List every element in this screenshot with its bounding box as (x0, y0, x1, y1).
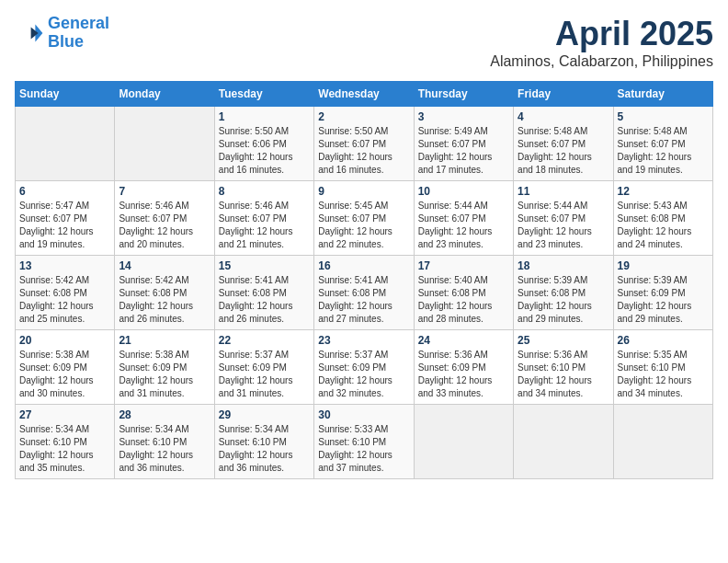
calendar-cell: 14Sunrise: 5:42 AM Sunset: 6:08 PM Dayli… (115, 256, 214, 330)
col-monday: Monday (115, 82, 214, 107)
calendar-cell: 23Sunrise: 5:37 AM Sunset: 6:09 PM Dayli… (314, 330, 414, 405)
calendar-week-4: 20Sunrise: 5:38 AM Sunset: 6:09 PM Dayli… (16, 330, 713, 405)
day-info: Sunrise: 5:43 AM Sunset: 6:08 PM Dayligh… (618, 200, 709, 251)
calendar-cell: 26Sunrise: 5:35 AM Sunset: 6:10 PM Dayli… (613, 330, 712, 405)
day-info: Sunrise: 5:49 AM Sunset: 6:07 PM Dayligh… (418, 125, 509, 177)
day-number: 14 (119, 259, 210, 272)
day-number: 11 (518, 185, 609, 198)
calendar-cell (414, 405, 513, 479)
calendar-cell: 24Sunrise: 5:36 AM Sunset: 6:09 PM Dayli… (414, 330, 513, 405)
day-number: 24 (418, 334, 509, 347)
calendar-cell: 6Sunrise: 5:47 AM Sunset: 6:07 PM Daylig… (16, 181, 115, 256)
day-info: Sunrise: 5:34 AM Sunset: 6:10 PM Dayligh… (19, 423, 110, 475)
day-info: Sunrise: 5:50 AM Sunset: 6:07 PM Dayligh… (318, 125, 409, 177)
calendar-cell: 29Sunrise: 5:34 AM Sunset: 6:10 PM Dayli… (214, 405, 313, 479)
calendar-week-3: 13Sunrise: 5:42 AM Sunset: 6:08 PM Dayli… (16, 256, 713, 330)
logo-line2: Blue (48, 32, 84, 51)
day-number: 12 (618, 185, 709, 198)
day-number: 30 (318, 408, 409, 421)
calendar-cell: 16Sunrise: 5:41 AM Sunset: 6:08 PM Dayli… (314, 256, 414, 330)
calendar-cell: 10Sunrise: 5:44 AM Sunset: 6:07 PM Dayli… (414, 181, 513, 256)
day-info: Sunrise: 5:36 AM Sunset: 6:10 PM Dayligh… (518, 349, 609, 400)
day-number: 2 (318, 110, 409, 123)
day-info: Sunrise: 5:42 AM Sunset: 6:08 PM Dayligh… (19, 274, 110, 326)
calendar-cell (613, 405, 712, 479)
calendar-cell: 30Sunrise: 5:33 AM Sunset: 6:10 PM Dayli… (314, 405, 414, 479)
calendar-cell: 25Sunrise: 5:36 AM Sunset: 6:10 PM Dayli… (514, 330, 613, 405)
col-wednesday: Wednesday (314, 82, 414, 107)
calendar-cell: 11Sunrise: 5:44 AM Sunset: 6:07 PM Dayli… (514, 181, 613, 256)
day-info: Sunrise: 5:39 AM Sunset: 6:09 PM Dayligh… (618, 274, 709, 326)
header: General Blue April 2025 Alaminos, Calaba… (15, 15, 713, 70)
day-number: 25 (518, 334, 609, 347)
day-number: 28 (119, 408, 210, 421)
day-info: Sunrise: 5:40 AM Sunset: 6:08 PM Dayligh… (418, 274, 509, 326)
day-info: Sunrise: 5:37 AM Sunset: 6:09 PM Dayligh… (318, 349, 409, 400)
day-number: 3 (418, 110, 509, 123)
day-info: Sunrise: 5:34 AM Sunset: 6:10 PM Dayligh… (219, 423, 310, 475)
day-number: 1 (219, 110, 310, 123)
day-number: 7 (119, 185, 210, 198)
day-info: Sunrise: 5:47 AM Sunset: 6:07 PM Dayligh… (19, 200, 110, 251)
header-row: Sunday Monday Tuesday Wednesday Thursday… (16, 82, 713, 107)
day-info: Sunrise: 5:41 AM Sunset: 6:08 PM Dayligh… (219, 274, 310, 326)
calendar-cell: 2Sunrise: 5:50 AM Sunset: 6:07 PM Daylig… (314, 107, 414, 181)
day-info: Sunrise: 5:48 AM Sunset: 6:07 PM Dayligh… (618, 125, 709, 177)
day-info: Sunrise: 5:50 AM Sunset: 6:06 PM Dayligh… (219, 125, 310, 177)
calendar-cell: 9Sunrise: 5:45 AM Sunset: 6:07 PM Daylig… (314, 181, 414, 256)
calendar-cell: 18Sunrise: 5:39 AM Sunset: 6:08 PM Dayli… (514, 256, 613, 330)
day-info: Sunrise: 5:34 AM Sunset: 6:10 PM Dayligh… (119, 423, 210, 475)
month-title: April 2025 (490, 15, 713, 53)
day-info: Sunrise: 5:44 AM Sunset: 6:07 PM Dayligh… (418, 200, 509, 251)
calendar-cell: 8Sunrise: 5:46 AM Sunset: 6:07 PM Daylig… (214, 181, 313, 256)
day-number: 16 (318, 259, 409, 272)
day-info: Sunrise: 5:37 AM Sunset: 6:09 PM Dayligh… (219, 349, 310, 400)
day-info: Sunrise: 5:36 AM Sunset: 6:09 PM Dayligh… (418, 349, 509, 400)
calendar-cell: 19Sunrise: 5:39 AM Sunset: 6:09 PM Dayli… (613, 256, 712, 330)
day-number: 26 (618, 334, 709, 347)
calendar-week-2: 6Sunrise: 5:47 AM Sunset: 6:07 PM Daylig… (16, 181, 713, 256)
calendar-cell: 22Sunrise: 5:37 AM Sunset: 6:09 PM Dayli… (214, 330, 313, 405)
day-number: 21 (119, 334, 210, 347)
day-info: Sunrise: 5:48 AM Sunset: 6:07 PM Dayligh… (518, 125, 609, 177)
day-info: Sunrise: 5:42 AM Sunset: 6:08 PM Dayligh… (119, 274, 210, 326)
logo-icon (15, 18, 44, 48)
day-number: 22 (219, 334, 310, 347)
calendar-cell: 20Sunrise: 5:38 AM Sunset: 6:09 PM Dayli… (16, 330, 115, 405)
day-number: 19 (618, 259, 709, 272)
calendar-cell: 28Sunrise: 5:34 AM Sunset: 6:10 PM Dayli… (115, 405, 214, 479)
calendar-cell (115, 107, 214, 181)
calendar-cell (16, 107, 115, 181)
calendar-cell: 3Sunrise: 5:49 AM Sunset: 6:07 PM Daylig… (414, 107, 513, 181)
day-info: Sunrise: 5:33 AM Sunset: 6:10 PM Dayligh… (318, 423, 409, 475)
calendar-table: Sunday Monday Tuesday Wednesday Thursday… (15, 81, 713, 479)
calendar-week-5: 27Sunrise: 5:34 AM Sunset: 6:10 PM Dayli… (16, 405, 713, 479)
day-info: Sunrise: 5:46 AM Sunset: 6:07 PM Dayligh… (219, 200, 310, 251)
logo-line1: General (48, 14, 109, 32)
day-number: 29 (219, 408, 310, 421)
day-number: 15 (219, 259, 310, 272)
calendar-cell: 13Sunrise: 5:42 AM Sunset: 6:08 PM Dayli… (16, 256, 115, 330)
calendar-cell: 1Sunrise: 5:50 AM Sunset: 6:06 PM Daylig… (214, 107, 313, 181)
col-thursday: Thursday (414, 82, 513, 107)
day-info: Sunrise: 5:41 AM Sunset: 6:08 PM Dayligh… (318, 274, 409, 326)
day-number: 10 (418, 185, 509, 198)
day-info: Sunrise: 5:38 AM Sunset: 6:09 PM Dayligh… (19, 349, 110, 400)
day-number: 4 (518, 110, 609, 123)
calendar-cell: 4Sunrise: 5:48 AM Sunset: 6:07 PM Daylig… (514, 107, 613, 181)
day-info: Sunrise: 5:44 AM Sunset: 6:07 PM Dayligh… (518, 200, 609, 251)
day-number: 17 (418, 259, 509, 272)
calendar-cell: 7Sunrise: 5:46 AM Sunset: 6:07 PM Daylig… (115, 181, 214, 256)
day-info: Sunrise: 5:35 AM Sunset: 6:10 PM Dayligh… (618, 349, 709, 400)
day-number: 8 (219, 185, 310, 198)
calendar-cell: 12Sunrise: 5:43 AM Sunset: 6:08 PM Dayli… (613, 181, 712, 256)
calendar-cell: 5Sunrise: 5:48 AM Sunset: 6:07 PM Daylig… (613, 107, 712, 181)
day-number: 20 (19, 334, 110, 347)
day-info: Sunrise: 5:45 AM Sunset: 6:07 PM Dayligh… (318, 200, 409, 251)
calendar-cell: 21Sunrise: 5:38 AM Sunset: 6:09 PM Dayli… (115, 330, 214, 405)
day-number: 5 (618, 110, 709, 123)
title-section: April 2025 Alaminos, Calabarzon, Philipp… (490, 15, 713, 70)
calendar-cell: 17Sunrise: 5:40 AM Sunset: 6:08 PM Dayli… (414, 256, 513, 330)
location-title: Alaminos, Calabarzon, Philippines (490, 53, 713, 70)
day-number: 13 (19, 259, 110, 272)
